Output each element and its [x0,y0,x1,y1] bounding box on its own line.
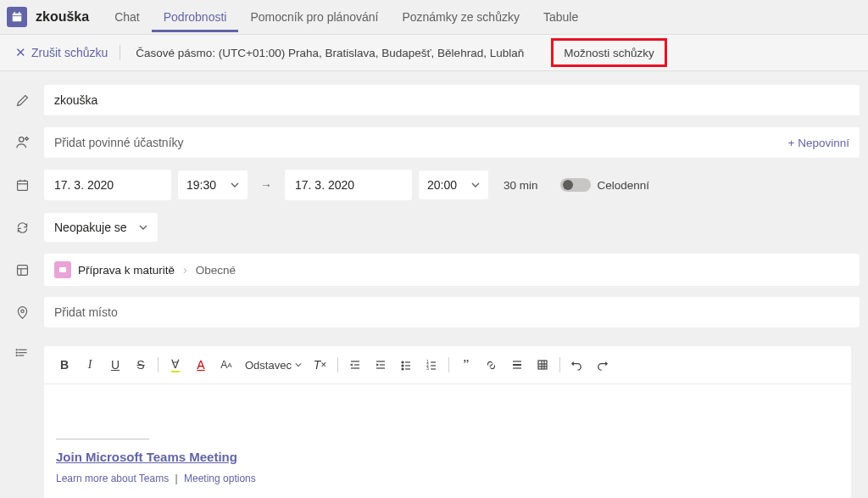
timezone-label[interactable]: Časové pásmo: (UTC+01:00) Praha, Bratisl… [136,47,524,59]
team-name: Příprava k maturitě [78,264,175,277]
chevron-down-icon [231,181,239,189]
recurrence-value: Neopakuje se [54,221,127,234]
duration-label: 30 min [504,179,538,192]
chevron-down-icon [471,181,480,189]
cancel-meeting-button[interactable]: ✕ Zrušit schůzku [15,45,120,60]
svg-point-31 [402,361,403,363]
svg-point-18 [21,310,24,312]
chevron-down-icon [139,223,147,232]
end-time-input[interactable]: 20:00 [419,171,488,199]
allday-label: Celodenní [598,179,650,192]
svg-point-33 [402,365,403,367]
svg-point-5 [25,137,28,140]
close-icon: ✕ [15,45,26,60]
svg-point-24 [16,355,17,356]
allday-toggle[interactable] [560,178,591,192]
svg-point-22 [16,350,17,350]
svg-rect-46 [538,361,547,369]
optional-attendees-button[interactable]: + Nepovinní [788,137,849,149]
channel-name: Obecné [196,264,236,277]
italic-button[interactable]: I [78,353,102,377]
end-time-value: 20:00 [427,178,457,192]
quote-button[interactable]: ” [454,353,478,377]
table-button[interactable] [531,353,554,377]
location-input[interactable]: Přidat místo [44,297,860,327]
bold-button[interactable]: B [53,353,76,377]
meeting-options-link[interactable]: Meeting options [184,473,256,484]
attendees-input[interactable]: Přidat povinné účastníky [54,136,184,149]
svg-rect-2 [19,12,19,14]
tab-bar: Chat Podrobnosti Pomocník pro plánování … [103,2,590,32]
svg-rect-10 [18,181,28,190]
start-time-input[interactable]: 19:30 [178,171,248,199]
channel-icon [15,263,44,277]
svg-point-23 [16,352,17,353]
divider [56,439,149,439]
recurrence-select[interactable]: Neopakuje se [44,213,158,242]
svg-rect-1 [14,12,15,14]
highlight-button[interactable]: ∀ [164,353,187,377]
end-date-input[interactable]: 17. 3. 2020 [285,170,412,200]
link-separator: | [175,473,178,484]
start-time-value: 19:30 [186,178,216,192]
calendar-icon [15,178,44,193]
team-icon [54,261,71,278]
svg-text:3: 3 [426,366,429,371]
svg-rect-3 [13,15,22,16]
outdent-button[interactable] [343,353,367,377]
font-size-button[interactable]: AA [214,353,238,377]
cancel-meeting-label: Zrušit schůzku [31,46,108,59]
breadcrumb-sep: › [183,263,187,277]
undo-button[interactable] [565,353,589,377]
svg-rect-17 [59,267,66,272]
learn-more-link[interactable]: Learn more about Teams [56,473,169,484]
attendees-icon [15,135,44,150]
subject-input[interactable]: zkouška [44,85,860,115]
number-list-button[interactable]: 123 [420,353,443,377]
edit-icon [15,93,44,108]
meeting-title: zkouška [36,9,89,25]
channel-display[interactable]: Příprava k maturitě › Obecné [44,254,860,286]
hr-button[interactable] [505,353,529,377]
location-icon [15,305,44,320]
link-button[interactable] [480,353,504,377]
svg-point-4 [19,137,24,142]
svg-rect-0 [13,14,22,22]
repeat-icon [15,221,44,235]
strike-button[interactable]: S [129,353,153,377]
paragraph-label: Odstavec [245,359,292,372]
meeting-options-highlight: Možnosti schůzky [551,38,667,67]
tab-chat[interactable]: Chat [103,2,152,32]
description-icon [15,346,44,361]
meeting-options-button[interactable]: Možnosti schůzky [564,47,654,59]
rte-toolbar: B I U S ∀ A AA Odstavec T✕ [44,346,851,384]
join-meeting-link[interactable]: Join Microsoft Teams Meeting [56,450,237,464]
tab-details[interactable]: Podrobnosti [152,2,239,32]
clear-format-button[interactable]: T✕ [309,353,332,377]
svg-point-35 [402,368,403,370]
tab-whiteboard[interactable]: Tabule [531,2,590,32]
font-color-button[interactable]: A [189,353,213,377]
calendar-app-icon [7,7,27,27]
description-editor[interactable]: Join Microsoft Teams Meeting Learn more … [44,384,851,498]
bullet-list-button[interactable] [394,353,418,377]
arrow-right-icon: → [254,170,278,200]
svg-rect-14 [18,265,28,275]
tab-notes[interactable]: Poznámky ze schůzky [390,2,531,32]
indent-button[interactable] [369,353,392,377]
redo-button[interactable] [591,353,615,377]
underline-button[interactable]: U [103,353,127,377]
start-date-input[interactable]: 17. 3. 2020 [44,170,171,200]
tab-scheduling[interactable]: Pomocník pro plánování [238,2,390,32]
paragraph-style-select[interactable]: Odstavec [240,353,307,377]
